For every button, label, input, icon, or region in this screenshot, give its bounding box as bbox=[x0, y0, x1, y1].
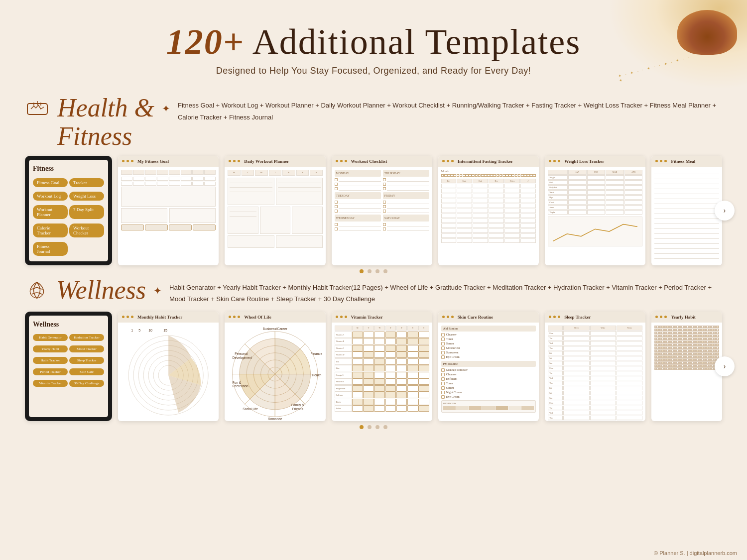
vitamin-tracker-card: Vitamin Tracker M T W T F S S var vitami… bbox=[332, 312, 432, 421]
wellness-tablet-card: Wellness Habit Generator Hydration Track… bbox=[25, 312, 112, 421]
sleep-tracker-content: Sleep Wake Notes var days2=['Mon','Tue',… bbox=[545, 323, 645, 421]
card-dot bbox=[655, 316, 658, 318]
fitness-goal-card-title: My Fitness Goal bbox=[137, 159, 169, 164]
svg-text:Personal: Personal bbox=[235, 352, 249, 355]
fasting-tracker-title: Intermittent Fasting Tracker bbox=[458, 159, 513, 164]
monthly-habit-title: Monthly Habit Tracker bbox=[137, 315, 182, 320]
card-dot bbox=[336, 160, 338, 162]
health-page-dot-1[interactable] bbox=[360, 269, 364, 273]
card-dot bbox=[336, 316, 338, 318]
card-dot bbox=[553, 316, 556, 318]
card-dot bbox=[660, 316, 662, 318]
vitamin-tracker-title: Vitamin Tracker bbox=[351, 315, 383, 320]
sparkle-decoration bbox=[618, 65, 692, 105]
fitness-meal-card: Fitness Meal for(var i=0;i<18;i++) { doc… bbox=[651, 156, 722, 265]
card-dot bbox=[660, 160, 662, 162]
health-title-line2: Fitness bbox=[57, 122, 154, 150]
svg-text:5: 5 bbox=[138, 329, 140, 332]
wheel-of-life-title: Wheel Of Life bbox=[244, 315, 271, 320]
wellness-tablet-menu: Habit Generator Hydration Tracker Yearly… bbox=[33, 333, 104, 388]
wellness-page-dot-1[interactable] bbox=[360, 425, 364, 429]
weight-loss-header: Weight Loss Tracker bbox=[545, 156, 645, 167]
svg-text:Health: Health bbox=[312, 373, 322, 377]
wheel-of-life-chart: Business/Career Finance Health Family & … bbox=[228, 326, 322, 421]
menu-workout-checker: Workout Checker bbox=[69, 224, 104, 237]
workout-checklist-header: Workout Checklist bbox=[332, 156, 432, 167]
card-dot bbox=[229, 160, 231, 162]
weight-loss-content: JAN FEB MAR APR var labels = ['Weight','… bbox=[545, 167, 645, 265]
sleep-tracker-card: Sleep Tracker Sleep Wake Notes var days2… bbox=[545, 312, 645, 421]
svg-text:10: 10 bbox=[148, 329, 152, 332]
health-page-dot-4[interactable] bbox=[383, 269, 387, 273]
monthly-habit-card: Monthly Habit Tracker for(var i=0;i<31;i… bbox=[118, 312, 219, 421]
menu-weight-loss: Weight Loss bbox=[69, 192, 104, 201]
health-pagination bbox=[25, 269, 722, 273]
workout-checklist-card: Workout Checklist MONDAY TUESDAY WEDNESD… bbox=[332, 156, 432, 265]
card-dot bbox=[664, 160, 667, 162]
card-dot bbox=[131, 316, 133, 318]
wellness-page-dot-4[interactable] bbox=[383, 425, 387, 429]
card-dot bbox=[447, 160, 449, 162]
skin-care-header: Skin Care Routine bbox=[438, 312, 539, 323]
monthly-habit-content: for(var i=0;i<31;i++){ var angle = (i/31… bbox=[118, 323, 219, 421]
workout-checklist-title: Workout Checklist bbox=[351, 159, 387, 164]
menu-calorie: Calorie Tracker bbox=[33, 224, 68, 237]
card-dot bbox=[238, 160, 240, 162]
card-dot-2 bbox=[126, 160, 129, 162]
card-dot bbox=[340, 316, 343, 318]
vitamin-tracker-content: M T W T F S S var vitamins = ['Vitamin A… bbox=[332, 323, 432, 421]
card-dot bbox=[553, 160, 556, 162]
skin-care-card: Skin Care Routine AM Routine var items =… bbox=[438, 312, 539, 421]
daily-workout-content: M T W T F S S bbox=[225, 167, 325, 265]
wheel-of-life-header: Wheel Of Life bbox=[225, 312, 325, 323]
wellness-page-dot-2[interactable] bbox=[368, 425, 372, 429]
fitness-goal-header: My Fitness Goal bbox=[118, 156, 219, 167]
yearly-habit-content: for(var r=0;r<15;r++){ document.write('<… bbox=[651, 323, 722, 421]
fitness-meal-header: Fitness Meal bbox=[651, 156, 722, 167]
card-dot bbox=[655, 160, 658, 162]
candle-bowl-decoration bbox=[677, 10, 737, 55]
card-dot bbox=[238, 316, 240, 318]
fitness-tablet-menu: Fitness Goal Tracker Workout Log Weight … bbox=[33, 177, 104, 257]
wellness-tablet-screen: Wellness Habit Generator Hydration Track… bbox=[29, 316, 108, 417]
fitness-tablet-card: Fitness Fitness Goal Tracker Workout Log… bbox=[25, 156, 112, 265]
wmenu-mood: Mood Tracker bbox=[69, 345, 104, 352]
health-cards-row: Fitness Fitness Goal Tracker Workout Log… bbox=[25, 156, 722, 265]
fasting-tracker-card: Intermittent Fasting Tracker Month for(l… bbox=[438, 156, 539, 265]
yearly-habit-header: Yearly Habit bbox=[651, 312, 722, 323]
card-dot bbox=[229, 316, 231, 318]
svg-text:Business/Career: Business/Career bbox=[263, 327, 288, 331]
fasting-tracker-header: Intermittent Fasting Tracker bbox=[438, 156, 539, 167]
card-dot-1 bbox=[122, 160, 124, 162]
wellness-next-button[interactable]: › bbox=[715, 356, 735, 376]
card-dot bbox=[122, 316, 124, 318]
wellness-pagination bbox=[25, 425, 722, 429]
card-dot bbox=[345, 160, 347, 162]
svg-text:Finance: Finance bbox=[311, 352, 323, 355]
card-dot bbox=[442, 316, 445, 318]
title-highlight: 120+ bbox=[166, 22, 245, 62]
wellness-title: Wellness bbox=[56, 276, 146, 304]
yearly-habit-title: Yearly Habit bbox=[671, 315, 695, 320]
health-page-dot-3[interactable] bbox=[375, 269, 379, 273]
card-dot bbox=[447, 316, 449, 318]
wellness-page-dot-3[interactable] bbox=[375, 425, 379, 429]
menu-fitness-goal: Fitness Goal bbox=[33, 178, 68, 187]
wmenu-yearly-habit: Yearly Habit bbox=[33, 345, 68, 352]
wmenu-habit-track: Habit Tracker bbox=[33, 357, 68, 364]
weight-loss-card: Weight Loss Tracker JAN FEB MAR APR var … bbox=[545, 156, 645, 265]
daily-workout-title: Daily Workout Planner bbox=[244, 159, 289, 164]
wellness-sparkle-icon: ✦ bbox=[153, 285, 162, 297]
wmenu-hydration: Hydration Tracker bbox=[69, 334, 104, 341]
card-dot bbox=[340, 160, 343, 162]
wmenu-period: Period Tracker bbox=[33, 368, 68, 375]
workout-checklist-content: MONDAY TUESDAY WEDNESDAY THURSDAY bbox=[332, 167, 432, 265]
card-dot bbox=[345, 316, 347, 318]
wmenu-skincare: Skin Care bbox=[69, 368, 104, 375]
svg-text:Social Life: Social Life bbox=[243, 407, 258, 410]
health-next-button[interactable]: › bbox=[715, 201, 735, 221]
card-dot bbox=[549, 160, 551, 162]
fitness-goal-card: My Fitness Goal bbox=[118, 156, 219, 265]
health-page-dot-2[interactable] bbox=[368, 269, 372, 273]
menu-workout-log: Workout Log bbox=[33, 192, 68, 201]
